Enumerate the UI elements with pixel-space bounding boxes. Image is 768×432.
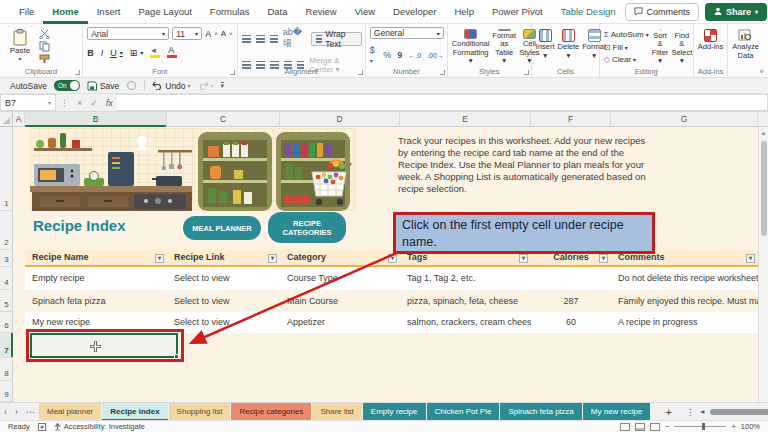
row-header-9[interactable]: 9 [0, 381, 13, 402]
cell-calories[interactable] [531, 267, 611, 290]
alignment-dialog-launcher[interactable] [358, 70, 363, 75]
underline-button[interactable]: U ▾ [110, 46, 123, 59]
column-header-f[interactable]: F [531, 112, 611, 127]
vertical-scroll-thumb[interactable] [761, 141, 767, 236]
align-top-icon[interactable] [242, 35, 251, 43]
name-box-dropdown-icon[interactable]: ▾ [48, 99, 51, 106]
column-header-g[interactable]: G [611, 112, 758, 127]
filter-icon[interactable]: ▾ [155, 254, 164, 263]
tab-insert[interactable]: Insert [88, 0, 130, 24]
align-bottom-icon[interactable] [270, 35, 278, 43]
new-sheet-button[interactable]: + [651, 406, 685, 418]
insert-function-icon[interactable]: fx [102, 94, 117, 111]
zoom-out-icon[interactable]: − [665, 422, 669, 431]
column-header-b[interactable]: B [25, 112, 167, 127]
analyze-data-button[interactable]: Analyze Data [732, 27, 759, 65]
formula-input[interactable] [117, 94, 768, 111]
tab-page-layout[interactable]: Page Layout [129, 0, 200, 24]
tab-developer[interactable]: Developer [384, 0, 445, 24]
sheet-tab-share-list[interactable]: Share list [312, 403, 361, 421]
decrease-font-icon[interactable]: A˅ [221, 27, 233, 40]
format-as-table-button[interactable]: Format as Table ▾ [492, 27, 516, 65]
sheet-tab-shopping-list[interactable]: Shopping list [169, 403, 231, 421]
header-recipe-name[interactable]: Recipe Name▾ [25, 250, 167, 265]
autosave-toggle[interactable]: On [54, 80, 80, 91]
select-all-corner[interactable] [0, 112, 13, 127]
font-size-select[interactable]: 11▾ [172, 27, 202, 40]
sort-filter-button[interactable]: AZ Sort & Filter ▾ [652, 27, 669, 65]
sheet-tab-recipe-index[interactable]: Recipe index [102, 403, 167, 421]
fill-handle[interactable] [174, 354, 179, 359]
cell-comments[interactable]: Do not delete this recipe worksheet [611, 267, 758, 290]
redo-button[interactable]: ▾ [198, 81, 214, 90]
sheet-tab-spinach-feta-pizza[interactable]: Spinach feta pizza [500, 403, 581, 421]
zoom-slider-handle[interactable] [702, 423, 705, 430]
clipboard-dialog-launcher[interactable] [75, 70, 80, 75]
comma-format-icon[interactable]: 9 [397, 50, 402, 60]
clear-button[interactable]: ◇ Clear ▾ [604, 54, 649, 65]
cell-category[interactable]: Main Course [280, 290, 400, 312]
decrease-decimal-icon[interactable]: .00→ [427, 52, 444, 59]
scroll-up-icon[interactable]: ▲ [759, 127, 768, 139]
column-header-e[interactable]: E [400, 112, 531, 127]
macro-record-icon[interactable] [38, 423, 46, 431]
column-header-c[interactable]: C [167, 112, 280, 127]
accessibility-status[interactable]: Accessibility: Investigate [54, 422, 145, 431]
conditional-formatting-button[interactable]: Conditional Formatting ▾ [452, 27, 490, 65]
filter-icon[interactable]: ▾ [388, 254, 397, 263]
number-format-select[interactable]: General▾ [370, 27, 444, 39]
cut-icon[interactable] [39, 29, 50, 39]
customize-qat-icon[interactable]: ▾ [221, 82, 225, 89]
addins-button[interactable]: Add-ins [698, 27, 723, 65]
sheet-list-icon[interactable]: ⋯ [22, 407, 39, 417]
tab-formulas[interactable]: Formulas [201, 0, 259, 24]
zoom-slider[interactable] [674, 426, 726, 427]
format-painter-icon[interactable] [39, 54, 50, 64]
page-break-view-icon[interactable] [650, 423, 660, 431]
row-header-8[interactable]: 8 [0, 358, 13, 381]
cell-tags[interactable]: salmon, crackers, cream cheese [400, 312, 531, 333]
paste-button[interactable]: Paste ▾ [4, 27, 36, 65]
autosum-button[interactable]: Σ AutoSum ▾ [604, 29, 649, 40]
copy-icon[interactable] [39, 41, 50, 52]
share-button[interactable]: Share ▾ [705, 3, 767, 21]
tab-help[interactable]: Help [445, 0, 483, 24]
row-header-6[interactable]: 6 [0, 312, 13, 333]
column-header-a[interactable]: A [13, 112, 25, 127]
zoom-level[interactable]: 100% [741, 422, 760, 431]
sync-icon[interactable] [126, 80, 137, 91]
sheet-tab-empty-recipe[interactable]: Empty recipe [363, 403, 426, 421]
filter-icon[interactable]: ▾ [268, 254, 277, 263]
tab-power-pivot[interactable]: Power Pivot [483, 0, 552, 24]
meal-planner-button[interactable]: MEAL PLANNER [183, 216, 261, 240]
row-header-5[interactable]: 5 [0, 290, 13, 312]
percent-format-icon[interactable]: % [383, 50, 391, 60]
increase-decimal-icon[interactable]: ←.0 [408, 52, 421, 59]
comments-button[interactable]: Comments [625, 3, 700, 21]
name-box[interactable]: B7 ▾ [0, 94, 56, 111]
row-header-2[interactable]: 2 [0, 211, 13, 250]
tab-table-design[interactable]: Table Design [552, 0, 625, 24]
align-middle-icon[interactable] [256, 35, 265, 43]
tab-home[interactable]: Home [43, 0, 87, 24]
tab-file[interactable]: File [10, 0, 43, 24]
collapse-ribbon-icon[interactable]: ˅ [759, 67, 764, 76]
cell-tags[interactable]: Tag 1, Tag 2, etc. [400, 267, 531, 290]
column-header-d[interactable]: D [280, 112, 400, 127]
confirm-entry-icon[interactable]: ✓ [86, 94, 102, 111]
cell-recipe-link[interactable]: Select to view [167, 267, 280, 290]
delete-cells-button[interactable]: Delete▾ [558, 27, 580, 65]
row-header-7[interactable]: 7 [0, 333, 13, 358]
cell-calories[interactable]: 60 [531, 312, 611, 333]
font-name-select[interactable]: Arial▾ [87, 27, 169, 40]
filter-icon[interactable]: ▾ [599, 254, 608, 263]
save-button[interactable]: Save [87, 81, 119, 91]
font-color-button[interactable] [167, 48, 177, 58]
sheet-tab-meal-planner[interactable]: Meal planner [39, 403, 101, 421]
wrap-text-button[interactable]: Wrap Text [311, 32, 361, 46]
fill-color-button[interactable] [150, 48, 160, 58]
horizontal-scroll-thumb[interactable] [710, 409, 768, 415]
cell-comments[interactable]: A recipe in progress [611, 312, 758, 333]
normal-view-icon[interactable] [620, 423, 630, 431]
cell-category[interactable]: Course Type [280, 267, 400, 290]
